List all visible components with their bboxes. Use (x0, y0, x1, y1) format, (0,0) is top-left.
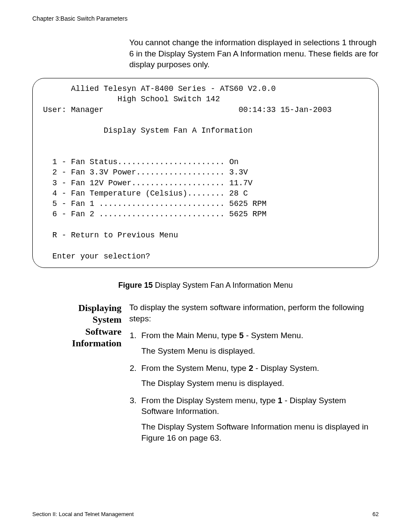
section-lead: To display the system software informati… (129, 302, 379, 324)
terminal-row: 1 - Fan Status....................... On (43, 158, 239, 166)
terminal-subtitle-pad (43, 126, 103, 135)
figure-caption-text: Display System Fan A Information Menu (155, 281, 293, 289)
terminal-user: User: Manager (43, 106, 103, 114)
step-result: The System Menu is displayed. (141, 345, 379, 357)
page: Chapter 3:Basic Switch Parameters You ca… (0, 0, 411, 532)
steps-list: From the Main Menu, type 5 - System Menu… (129, 330, 379, 443)
step-item: From the System Menu, type 2 - Display S… (139, 363, 379, 389)
side-heading-line: Displaying (32, 302, 121, 314)
terminal-timestamp: 00:14:33 15-Jan-2003 (239, 106, 332, 114)
section-two-col: Displaying System Software Information T… (32, 302, 379, 449)
terminal-row: 3 - Fan 12V Power.................... 11… (43, 179, 252, 187)
side-heading-line: Software (32, 326, 121, 338)
terminal-spacer (103, 106, 238, 114)
terminal-row: 5 - Fan 1 ........................... 56… (43, 199, 267, 208)
footer-right: 62 (373, 511, 379, 517)
step-result: The Display System Software Information … (141, 421, 379, 443)
terminal-row: 4 - Fan Temperature (Celsius)........ 28… (43, 189, 248, 198)
side-heading-line: Information (32, 337, 121, 349)
step-result: The Display System menu is displayed. (141, 378, 379, 389)
side-heading-line: System (32, 314, 121, 326)
terminal-title-1-text: Allied Telesyn AT-8400 Series - ATS60 V2… (71, 84, 276, 93)
side-heading: Displaying System Software Information (32, 302, 129, 349)
figure-label: Figure 15 (118, 281, 153, 289)
terminal-subtitle: Display System Fan A Information (103, 126, 252, 135)
step-item: From the Main Menu, type 5 - System Menu… (139, 330, 379, 356)
terminal-title-2 (43, 95, 118, 103)
terminal-title-2-text: High School Switch 142 (118, 95, 220, 103)
page-footer: Section II: Local and Telnet Management … (32, 511, 379, 517)
figure-caption: Figure 15 Display System Fan A Informati… (32, 281, 379, 290)
chapter-header: Chapter 3:Basic Switch Parameters (32, 15, 379, 22)
step-item: From the Display System menu, type 1 - D… (139, 395, 379, 444)
terminal-row: 6 - Fan 2 ........................... 56… (43, 210, 267, 218)
intro-paragraph: You cannot change the information displa… (129, 37, 379, 70)
terminal-title-1 (43, 84, 71, 93)
terminal-prompt: Enter your selection? (43, 252, 150, 261)
terminal-screen: Allied Telesyn AT-8400 Series - ATS60 V2… (32, 78, 379, 268)
body-column: To display the system software informati… (129, 302, 379, 449)
terminal-return: R - Return to Previous Menu (43, 231, 178, 240)
footer-left: Section II: Local and Telnet Management (32, 511, 134, 517)
terminal-row: 2 - Fan 3.3V Power................... 3.… (43, 168, 248, 177)
